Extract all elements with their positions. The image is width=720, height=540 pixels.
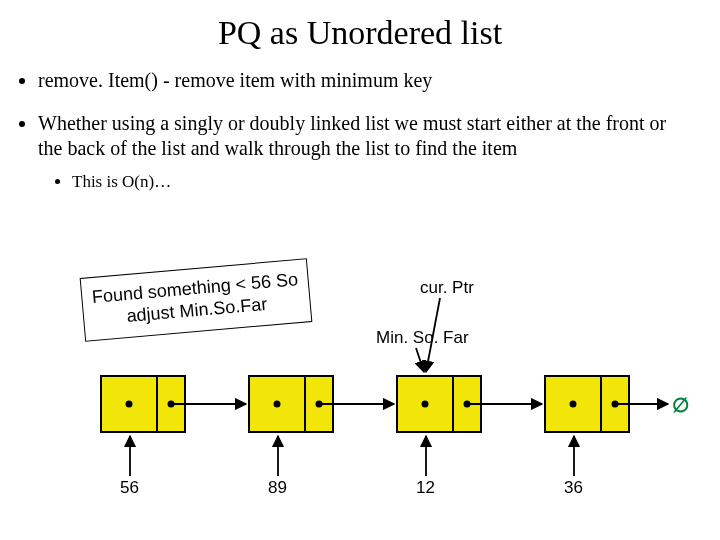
dot-icon [464,401,471,408]
bullet-remove-item: remove. Item() - remove item with minimu… [38,68,720,93]
dot-icon [274,401,281,408]
list-node [396,375,482,433]
node-data-cell [398,377,454,431]
node-ptr-cell [158,377,184,431]
node-data-cell [546,377,602,431]
min-so-far-label: Min. So. Far [376,328,469,348]
node-value: 56 [120,478,139,498]
node-ptr-cell [454,377,480,431]
list-node [248,375,334,433]
svg-line-5 [416,348,424,372]
list-node [100,375,186,433]
dot-icon [570,401,577,408]
dot-icon [612,401,619,408]
dot-icon [422,401,429,408]
dot-icon [168,401,175,408]
dot-icon [126,401,133,408]
dot-icon [316,401,323,408]
sub-bullet-list: This is O(n)… [72,171,692,192]
node-value: 89 [268,478,287,498]
page-title: PQ as Unordered list [0,14,720,52]
cur-ptr-label: cur. Ptr [420,278,474,298]
node-value: 12 [416,478,435,498]
bullet-walk-list: Whether using a singly or doubly linked … [38,111,720,192]
bullet-complexity: This is O(n)… [72,171,692,192]
node-value: 36 [564,478,583,498]
node-ptr-cell [306,377,332,431]
node-ptr-cell [602,377,628,431]
null-icon: ∅ [672,393,689,417]
bullet-list: remove. Item() - remove item with minimu… [38,68,720,192]
node-data-cell [102,377,158,431]
node-data-cell [250,377,306,431]
callout-box: Found something < 56 So adjust Min.So.Fa… [80,258,313,342]
bullet-walk-list-text: Whether using a singly or doubly linked … [38,112,666,159]
list-node [544,375,630,433]
